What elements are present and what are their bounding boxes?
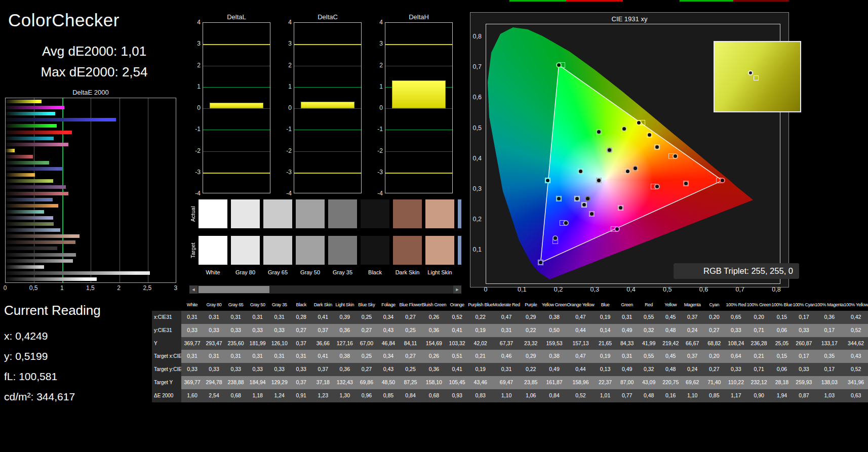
axis-tick-label: 0,1	[473, 246, 482, 253]
cie-x-axis: 00,10,20,30,40,50,60,70,8	[486, 286, 780, 294]
table-cell: 0,38	[542, 311, 567, 324]
column-header-moderate-red: Moderate Red	[493, 299, 520, 311]
measured-marker-100-green	[556, 62, 562, 68]
table-cell: 236,28	[747, 337, 771, 350]
table-cell: 0,36	[334, 363, 356, 376]
table-cell: 0,27	[399, 350, 421, 363]
axis-tick-label: 1	[375, 83, 383, 90]
tolerance-line	[294, 44, 361, 45]
table-cell: 23,85	[520, 376, 542, 389]
scroll-left-icon[interactable]: ◄	[189, 285, 198, 294]
table-cell: 0,33	[725, 363, 747, 376]
table-cell: 1,03	[815, 389, 844, 402]
table-cell: 133,17	[815, 337, 844, 350]
table-cell: 0,52	[844, 363, 868, 376]
table-cell: 232,12	[747, 376, 771, 389]
table-cell: 0,26	[422, 311, 446, 324]
table-cell: 0,06	[771, 363, 793, 376]
table-cell: 0,16	[660, 389, 682, 402]
axis-tick-label: 1,5	[83, 284, 98, 292]
table-cell: 1,30	[334, 389, 356, 402]
deltae-bar-red	[6, 155, 33, 158]
measured-marker-orange	[673, 153, 678, 159]
table-cell: 0,85	[703, 389, 725, 402]
table-cell: 0,27	[356, 324, 377, 337]
axis-tick-label: 4	[375, 19, 383, 26]
swatch-actual-blue-sky	[458, 199, 461, 228]
table-cell: 369,77	[181, 337, 203, 350]
swatch-label: Light Skin	[423, 269, 456, 275]
table-cell: 0,33	[181, 363, 203, 376]
table-cell: 132,43	[334, 376, 356, 389]
deltae-bar-white	[6, 277, 97, 281]
delta-chart-deltah: DeltaH43210-1-2-3-4	[375, 12, 456, 206]
axis-tick-label: 0,6	[473, 94, 482, 101]
column-header-cyan: Cyan	[703, 299, 725, 311]
table-cell: 0,37	[290, 376, 312, 389]
column-header-gray-80: Gray 80	[203, 299, 225, 311]
scroll-right-icon[interactable]: ►	[453, 285, 461, 294]
axis-tick-label: 0,7	[473, 63, 482, 70]
table-cell: 71,40	[703, 376, 725, 389]
column-header-light-skin: Light Skin	[334, 299, 356, 311]
measured-marker-100-red	[720, 178, 725, 183]
axis-tick-label: 3	[284, 40, 292, 47]
deltae-bar-gray-65	[6, 265, 44, 269]
axis-tick-label: 2,5	[140, 284, 155, 292]
deltae-bar-yellow	[6, 149, 15, 152]
table-cell: 293,47	[203, 337, 225, 350]
table-cell: 84,11	[399, 337, 421, 350]
colorchecker-app: ColorChecker Avg dE2000: 1,01 Max dE2000…	[0, 0, 868, 452]
reading-line: x: 0,4249	[4, 326, 75, 346]
measured-marker-purplish-blue	[563, 220, 569, 226]
table-cell: 0,31	[268, 350, 290, 363]
axis-tick-label: 0,2	[550, 286, 567, 293]
cie-plot-area: RGB Triplet: 255, 255, 0	[486, 24, 780, 284]
swatch-actual-light-skin	[425, 199, 454, 228]
column-header-100-magenta: 100% Magenta	[815, 299, 844, 311]
table-cell: 0,36	[815, 311, 844, 324]
table-cell: 0,47	[493, 311, 520, 324]
table-cell: 0,43	[377, 324, 399, 337]
table-cell: 129,29	[268, 376, 290, 389]
table-cell: 0,38	[334, 350, 356, 363]
table-cell: 0,20	[703, 350, 725, 363]
table-cell: 0,36	[422, 324, 446, 337]
table-cell: 0,22	[520, 363, 542, 376]
table-cell: 0,48	[660, 324, 682, 337]
table-cell: 138,03	[815, 376, 844, 389]
top-strip-segment	[566, 0, 623, 2]
deltae-bar-100-blue	[6, 118, 116, 121]
table-cell: 0,39	[334, 311, 356, 324]
axis-tick-label: 0,4	[622, 286, 640, 293]
swatch-target-gray-35	[328, 236, 357, 265]
table-cell: 0,44	[567, 363, 594, 376]
swatch-actual-dark-skin	[393, 199, 422, 228]
column-header-blue-sky: Blue Sky	[356, 299, 377, 311]
table-cell: 0,51	[446, 350, 468, 363]
deltae-bar-bluish-green	[6, 210, 44, 214]
top-strip-segment	[733, 0, 789, 2]
tolerance-line	[385, 173, 452, 174]
swatch-target-gray-65	[263, 236, 292, 265]
table-cell: 0,33	[225, 324, 247, 337]
deltae-bar-light-skin	[6, 234, 80, 238]
table-cell: 66,67	[682, 337, 703, 350]
row-label-target-y: Target Y	[152, 376, 181, 389]
table-cell: 1,23	[312, 389, 334, 402]
table-cell: 0,33	[268, 363, 290, 376]
table-cell: 0,29	[520, 311, 542, 324]
table-cell: 161,87	[542, 376, 567, 389]
column-header-foliage: Foliage	[377, 299, 399, 311]
table-cell: 0,90	[747, 389, 771, 402]
delta-bar	[210, 103, 263, 108]
measured-marker-100-yellow	[636, 120, 642, 126]
horizontal-scrollbar[interactable]: ◄ ►	[189, 285, 461, 294]
column-header-orange: Orange	[446, 299, 468, 311]
table-cell: 0,20	[747, 311, 771, 324]
column-header-100-cyan: 100% Cyan	[793, 299, 815, 311]
scrollbar-thumb[interactable]	[199, 286, 269, 293]
swatch-target-white	[199, 236, 227, 265]
table-cell: 0,17	[815, 324, 844, 337]
column-header-gray-35: Gray 35	[268, 299, 290, 311]
